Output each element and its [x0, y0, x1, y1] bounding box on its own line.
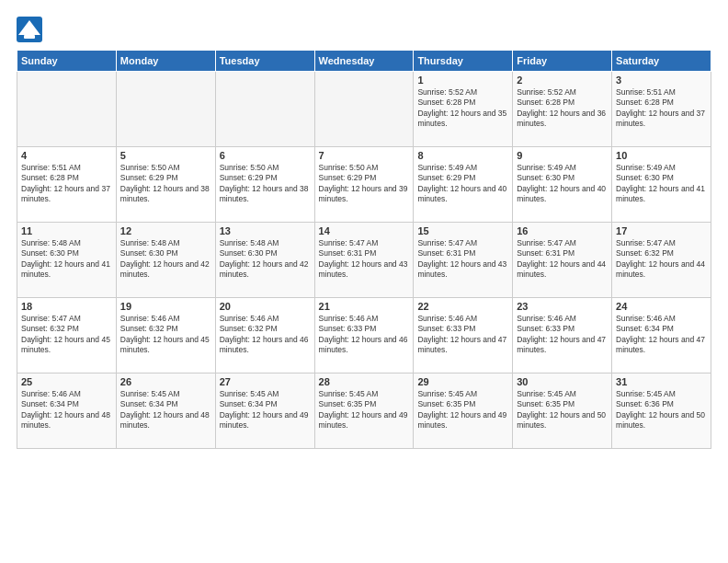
day-info: Sunrise: 5:46 AMSunset: 6:32 PMDaylight:…: [120, 314, 211, 356]
calendar-week-row: 1Sunrise: 5:52 AMSunset: 6:28 PMDaylight…: [17, 72, 711, 147]
day-info: Sunrise: 5:50 AMSunset: 6:29 PMDaylight:…: [120, 163, 211, 205]
logo: [17, 17, 46, 42]
day-info: Sunrise: 5:49 AMSunset: 6:30 PMDaylight:…: [517, 163, 608, 205]
calendar-cell: 27Sunrise: 5:45 AMSunset: 6:34 PMDayligh…: [215, 373, 314, 449]
day-number: 18: [21, 301, 112, 312]
calendar-cell: 4Sunrise: 5:51 AMSunset: 6:28 PMDaylight…: [17, 147, 117, 223]
calendar-cell: 20Sunrise: 5:46 AMSunset: 6:32 PMDayligh…: [215, 298, 314, 373]
day-info: Sunrise: 5:47 AMSunset: 6:32 PMDaylight:…: [616, 238, 707, 281]
day-number: 3: [616, 75, 707, 86]
calendar-week-row: 18Sunrise: 5:47 AMSunset: 6:32 PMDayligh…: [17, 298, 711, 373]
day-info: Sunrise: 5:45 AMSunset: 6:35 PMDaylight:…: [319, 389, 410, 431]
calendar-header-monday: Monday: [116, 51, 215, 72]
day-number: 2: [517, 75, 608, 86]
day-info: Sunrise: 5:48 AMSunset: 6:30 PMDaylight:…: [21, 238, 112, 281]
day-info: Sunrise: 5:47 AMSunset: 6:31 PMDaylight:…: [417, 238, 508, 281]
calendar-cell: 10Sunrise: 5:49 AMSunset: 6:30 PMDayligh…: [612, 147, 711, 223]
calendar-cell: 25Sunrise: 5:46 AMSunset: 6:34 PMDayligh…: [17, 373, 117, 449]
calendar-header-tuesday: Tuesday: [215, 51, 314, 72]
day-number: 13: [220, 225, 311, 236]
day-info: Sunrise: 5:45 AMSunset: 6:34 PMDaylight:…: [220, 389, 311, 431]
day-number: 8: [417, 150, 508, 161]
day-number: 25: [21, 376, 112, 387]
day-info: Sunrise: 5:47 AMSunset: 6:31 PMDaylight:…: [319, 238, 410, 281]
calendar-cell: [314, 72, 414, 147]
day-info: Sunrise: 5:45 AMSunset: 6:34 PMDaylight:…: [120, 389, 211, 431]
calendar-week-row: 25Sunrise: 5:46 AMSunset: 6:34 PMDayligh…: [17, 373, 711, 449]
calendar-cell: 14Sunrise: 5:47 AMSunset: 6:31 PMDayligh…: [314, 223, 414, 298]
calendar-cell: 7Sunrise: 5:50 AMSunset: 6:29 PMDaylight…: [314, 147, 414, 223]
calendar-cell: 31Sunrise: 5:45 AMSunset: 6:36 PMDayligh…: [612, 373, 711, 449]
calendar-header-wednesday: Wednesday: [314, 51, 414, 72]
calendar-cell: 8Sunrise: 5:49 AMSunset: 6:29 PMDaylight…: [414, 147, 513, 223]
calendar-cell: 2Sunrise: 5:52 AMSunset: 6:28 PMDaylight…: [513, 72, 612, 147]
day-info: Sunrise: 5:45 AMSunset: 6:36 PMDaylight:…: [616, 389, 707, 431]
day-number: 21: [319, 301, 410, 312]
day-info: Sunrise: 5:46 AMSunset: 6:33 PMDaylight:…: [517, 314, 608, 356]
calendar-header-saturday: Saturday: [612, 51, 711, 72]
day-number: 28: [319, 376, 410, 387]
day-number: 14: [319, 225, 410, 236]
day-number: 26: [120, 376, 211, 387]
day-number: 20: [220, 301, 311, 312]
day-info: Sunrise: 5:49 AMSunset: 6:29 PMDaylight:…: [417, 163, 508, 205]
calendar-cell: [17, 72, 117, 147]
day-number: 19: [120, 301, 211, 312]
calendar-header-row: SundayMondayTuesdayWednesdayThursdayFrid…: [17, 51, 711, 72]
day-info: Sunrise: 5:45 AMSunset: 6:35 PMDaylight:…: [517, 389, 608, 431]
calendar-week-row: 4Sunrise: 5:51 AMSunset: 6:28 PMDaylight…: [17, 147, 711, 223]
calendar-cell: 1Sunrise: 5:52 AMSunset: 6:28 PMDaylight…: [414, 72, 513, 147]
day-info: Sunrise: 5:45 AMSunset: 6:35 PMDaylight:…: [417, 389, 508, 431]
logo-icon: [17, 17, 42, 42]
day-info: Sunrise: 5:48 AMSunset: 6:30 PMDaylight:…: [220, 238, 311, 281]
calendar-cell: 6Sunrise: 5:50 AMSunset: 6:29 PMDaylight…: [215, 147, 314, 223]
calendar-cell: 30Sunrise: 5:45 AMSunset: 6:35 PMDayligh…: [513, 373, 612, 449]
calendar-week-row: 11Sunrise: 5:48 AMSunset: 6:30 PMDayligh…: [17, 223, 711, 298]
day-number: 23: [517, 301, 608, 312]
day-number: 12: [120, 225, 211, 236]
calendar-cell: 13Sunrise: 5:48 AMSunset: 6:30 PMDayligh…: [215, 223, 314, 298]
calendar-cell: 26Sunrise: 5:45 AMSunset: 6:34 PMDayligh…: [116, 373, 215, 449]
calendar-cell: 22Sunrise: 5:46 AMSunset: 6:33 PMDayligh…: [414, 298, 513, 373]
calendar-cell: [116, 72, 215, 147]
calendar-cell: 28Sunrise: 5:45 AMSunset: 6:35 PMDayligh…: [314, 373, 414, 449]
calendar-cell: 18Sunrise: 5:47 AMSunset: 6:32 PMDayligh…: [17, 298, 117, 373]
calendar-cell: 29Sunrise: 5:45 AMSunset: 6:35 PMDayligh…: [414, 373, 513, 449]
day-number: 17: [616, 225, 707, 236]
day-number: 1: [417, 75, 508, 86]
day-info: Sunrise: 5:52 AMSunset: 6:28 PMDaylight:…: [517, 87, 608, 130]
calendar-cell: 5Sunrise: 5:50 AMSunset: 6:29 PMDaylight…: [116, 147, 215, 223]
day-info: Sunrise: 5:48 AMSunset: 6:30 PMDaylight:…: [120, 238, 211, 281]
svg-rect-2: [24, 35, 35, 39]
calendar-cell: 19Sunrise: 5:46 AMSunset: 6:32 PMDayligh…: [116, 298, 215, 373]
day-info: Sunrise: 5:46 AMSunset: 6:34 PMDaylight:…: [616, 314, 707, 356]
day-info: Sunrise: 5:46 AMSunset: 6:33 PMDaylight:…: [417, 314, 508, 356]
calendar-cell: 9Sunrise: 5:49 AMSunset: 6:30 PMDaylight…: [513, 147, 612, 223]
calendar-cell: 3Sunrise: 5:51 AMSunset: 6:28 PMDaylight…: [612, 72, 711, 147]
calendar-cell: 15Sunrise: 5:47 AMSunset: 6:31 PMDayligh…: [414, 223, 513, 298]
calendar-cell: [215, 72, 314, 147]
calendar-cell: 17Sunrise: 5:47 AMSunset: 6:32 PMDayligh…: [612, 223, 711, 298]
calendar-header-thursday: Thursday: [414, 51, 513, 72]
calendar-table: SundayMondayTuesdayWednesdayThursdayFrid…: [17, 50, 711, 449]
day-number: 15: [417, 225, 508, 236]
day-info: Sunrise: 5:46 AMSunset: 6:34 PMDaylight:…: [21, 389, 112, 431]
calendar-cell: 12Sunrise: 5:48 AMSunset: 6:30 PMDayligh…: [116, 223, 215, 298]
calendar-cell: 23Sunrise: 5:46 AMSunset: 6:33 PMDayligh…: [513, 298, 612, 373]
day-number: 24: [616, 301, 707, 312]
day-info: Sunrise: 5:46 AMSunset: 6:33 PMDaylight:…: [319, 314, 410, 356]
calendar-cell: 11Sunrise: 5:48 AMSunset: 6:30 PMDayligh…: [17, 223, 117, 298]
day-number: 6: [220, 150, 311, 161]
calendar-cell: 24Sunrise: 5:46 AMSunset: 6:34 PMDayligh…: [612, 298, 711, 373]
day-number: 11: [21, 225, 112, 236]
day-number: 27: [220, 376, 311, 387]
header: [17, 17, 711, 42]
day-info: Sunrise: 5:50 AMSunset: 6:29 PMDaylight:…: [319, 163, 410, 205]
day-number: 9: [517, 150, 608, 161]
day-info: Sunrise: 5:50 AMSunset: 6:29 PMDaylight:…: [220, 163, 311, 205]
day-info: Sunrise: 5:51 AMSunset: 6:28 PMDaylight:…: [21, 163, 112, 205]
day-number: 4: [21, 150, 112, 161]
calendar-cell: 21Sunrise: 5:46 AMSunset: 6:33 PMDayligh…: [314, 298, 414, 373]
day-info: Sunrise: 5:47 AMSunset: 6:31 PMDaylight:…: [517, 238, 608, 281]
calendar-cell: 16Sunrise: 5:47 AMSunset: 6:31 PMDayligh…: [513, 223, 612, 298]
